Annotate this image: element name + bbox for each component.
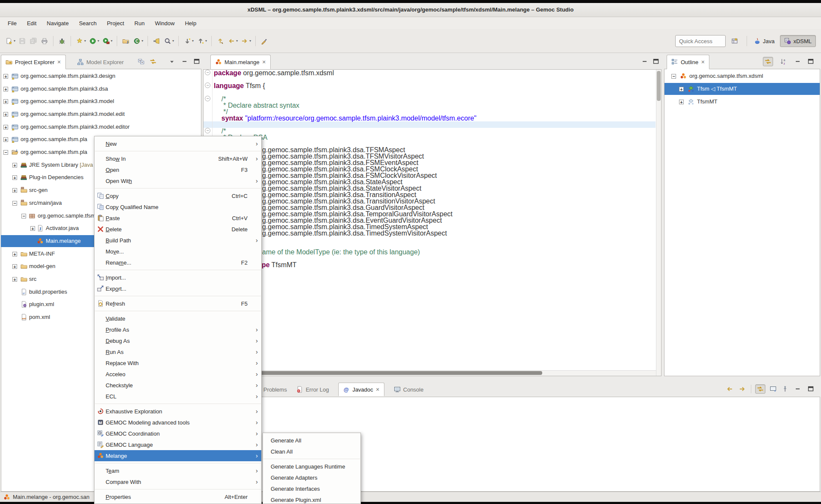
dropdown-caret-icon[interactable]: ▾ xyxy=(249,39,251,43)
maximize-button[interactable] xyxy=(806,384,816,394)
menu-item-team[interactable]: Team› xyxy=(95,465,261,476)
dropdown-caret-icon[interactable]: ▾ xyxy=(236,39,238,43)
menubar-item-help[interactable]: Help xyxy=(180,18,201,28)
next-annotation-button[interactable] xyxy=(182,35,193,47)
menu-item-refresh[interactable]: RefreshF5 xyxy=(95,298,261,309)
collapse-all-button[interactable] xyxy=(136,57,146,66)
menubar-item-navigate[interactable]: Navigate xyxy=(41,18,74,28)
quick-access-input[interactable] xyxy=(675,35,726,47)
menu-item-properties[interactable]: PropertiesAlt+Enter xyxy=(95,491,261,502)
collapse-toggle[interactable]: − xyxy=(21,214,26,218)
dropdown-caret-icon[interactable]: ▾ xyxy=(14,39,15,43)
perspective-button-java[interactable]: Java xyxy=(750,35,778,47)
menu-item-exhaustive-exploration[interactable]: Exhaustive Exploration› xyxy=(95,406,261,417)
menu-item-checkstyle[interactable]: Checkstyle› xyxy=(95,380,261,391)
link-with-editor-button[interactable] xyxy=(763,57,773,66)
submenu-item-generate-languages-runtime[interactable]: Generate Languages Runtime xyxy=(263,461,360,472)
maximize-button[interactable] xyxy=(192,57,202,66)
breakpoints-button[interactable] xyxy=(74,35,85,47)
fold-collapse-icon[interactable]: − xyxy=(205,70,210,75)
pin-console-button[interactable] xyxy=(780,384,790,394)
menubar-item-edit[interactable]: Edit xyxy=(22,18,41,28)
menu-item-rename[interactable]: Rename...F2 xyxy=(95,257,261,268)
back-button[interactable] xyxy=(226,35,237,47)
nav-back-button[interactable] xyxy=(724,384,735,394)
menu-item-move[interactable]: Move... xyxy=(95,246,261,257)
view-tab-model-explorer[interactable]: Model Explorer xyxy=(73,55,128,69)
menubar-item-run[interactable]: Run xyxy=(129,18,150,28)
previous-annotation-button[interactable] xyxy=(195,35,206,47)
debug-button[interactable] xyxy=(56,35,68,47)
java-search-button[interactable] xyxy=(151,35,162,47)
outline-item-tfsm-tfsmmt[interactable]: +Tfsm ◁ TfsmMT xyxy=(664,83,820,95)
menu-item-compare-with[interactable]: Compare With› xyxy=(95,476,261,487)
menubar-item-file[interactable]: File xyxy=(3,18,22,28)
expand-toggle[interactable]: + xyxy=(3,125,8,130)
menu-item-ecl[interactable]: ECL› xyxy=(95,391,261,402)
expand-toggle[interactable]: + xyxy=(3,99,8,104)
editor-tab-main-melange[interactable]: Main.melange ✕ xyxy=(210,55,271,69)
print-button[interactable] xyxy=(39,35,50,47)
dropdown-caret-icon[interactable]: ▾ xyxy=(111,39,112,43)
menu-item-run-as[interactable]: Run As› xyxy=(95,346,261,357)
expand-toggle[interactable]: + xyxy=(679,100,684,104)
view-tab-console[interactable]: Console xyxy=(394,386,424,393)
menu-item-export[interactable]: Export... xyxy=(95,283,261,294)
expand-toggle[interactable]: + xyxy=(3,74,8,79)
maximize-button[interactable] xyxy=(806,57,816,66)
close-icon[interactable]: ✕ xyxy=(57,60,61,65)
fold-collapse-icon[interactable]: − xyxy=(205,83,210,88)
editor-vertical-scrollbar[interactable] xyxy=(656,70,661,376)
menu-item-profile-as[interactable]: Profile As› xyxy=(95,324,261,335)
collapse-toggle[interactable]: − xyxy=(12,201,17,206)
view-tab-project-explorer[interactable]: Project Explorer✕ xyxy=(1,55,66,69)
expand-toggle[interactable]: + xyxy=(12,163,17,168)
menu-item-gemoc-coordination[interactable]: GEMOC Coordination› xyxy=(95,428,261,439)
expand-toggle[interactable]: + xyxy=(679,87,684,91)
expand-toggle[interactable]: + xyxy=(12,175,17,180)
fold-collapse-icon[interactable]: − xyxy=(205,128,210,133)
outline-tree[interactable]: −org.gemoc.sample.tfsm.xdsml+Tfsm ◁ Tfsm… xyxy=(664,69,820,376)
view-tab-javadoc[interactable]: @Javadoc✕ xyxy=(338,383,384,396)
collapse-toggle[interactable]: − xyxy=(671,74,676,79)
outline-tab[interactable]: Outline ✕ xyxy=(667,55,709,69)
run-button[interactable] xyxy=(87,35,98,47)
link-with-editor-button[interactable] xyxy=(148,57,158,66)
perspective-button-xdsml[interactable]: xDSML xyxy=(780,35,816,47)
new-class-button[interactable]: C xyxy=(131,35,142,47)
collapse-toggle[interactable]: − xyxy=(3,150,8,155)
menu-item-delete[interactable]: DeleteDelete xyxy=(95,224,261,235)
expand-toggle[interactable]: + xyxy=(3,137,8,142)
menu-item-copy-qualified-name[interactable]: Copy Qualified Name xyxy=(95,201,261,212)
dropdown-caret-icon[interactable]: ▾ xyxy=(97,39,99,43)
save-button[interactable] xyxy=(17,35,28,47)
menu-item-open[interactable]: OpenF3 xyxy=(95,164,261,175)
outline-item-org-gemoc-sample-tfsm-xdsml[interactable]: −org.gemoc.sample.tfsm.xdsml xyxy=(664,70,820,82)
menu-item-gemoc-language[interactable]: GEMOC Language› xyxy=(95,439,261,450)
menu-item-build-path[interactable]: Build Path› xyxy=(95,235,261,246)
outline-item-tfsmmt[interactable]: +TfsmMT xyxy=(664,96,820,108)
menu-item-import[interactable]: Import... xyxy=(95,272,261,283)
link-with-editor-button[interactable] xyxy=(755,384,765,394)
tree-item-org-gemoc-sample-tfsm-plaink3-model-edit[interactable]: +org.gemoc.sample.tfsm.plaink3.model.edi… xyxy=(1,108,201,120)
dropdown-caret-icon[interactable]: ▾ xyxy=(142,39,143,43)
submenu-item-clean-all[interactable]: Clean All xyxy=(263,446,360,457)
menubar-item-search[interactable]: Search xyxy=(74,18,102,28)
view-menu-button[interactable] xyxy=(167,57,177,66)
tree-item-org-gemoc-sample-tfsm-plaink3-dsa[interactable]: +org.gemoc.sample.tfsm.plaink3.dsa xyxy=(1,83,201,95)
expand-toggle[interactable]: + xyxy=(3,112,8,117)
close-icon[interactable]: ✕ xyxy=(262,60,266,65)
menu-item-melange[interactable]: Melange› xyxy=(95,450,261,461)
minimize-button[interactable] xyxy=(180,57,190,66)
tree-item-org-gemoc-sample-tfsm-plaink3-design[interactable]: +org.gemoc.sample.tfsm.plaink3.design xyxy=(1,70,201,82)
menu-item-copy[interactable]: CopyCtrl+C xyxy=(95,190,261,201)
expand-toggle[interactable]: + xyxy=(30,226,35,231)
minimize-button[interactable] xyxy=(793,57,803,66)
expand-toggle[interactable]: + xyxy=(12,252,17,256)
editor-vertical-scrollbar-thumb[interactable] xyxy=(657,71,661,101)
dropdown-caret-icon[interactable]: ▾ xyxy=(205,39,207,43)
dropdown-caret-icon[interactable]: ▾ xyxy=(192,39,194,43)
open-perspective-button[interactable] xyxy=(729,35,740,47)
run-external-button[interactable] xyxy=(100,35,112,47)
tree-item-org-gemoc-sample-tfsm-plaink3-model[interactable]: +org.gemoc.sample.tfsm.plaink3.model xyxy=(1,95,201,107)
